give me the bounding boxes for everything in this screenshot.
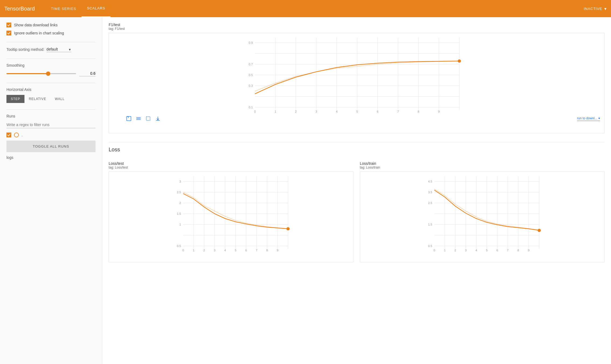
tooltip-sort-row: Tooltip sorting method: default ascendin…: [6, 47, 95, 52]
svg-text:9: 9: [438, 110, 440, 113]
checkbox-show-data-links[interactable]: [6, 23, 11, 27]
loss-chart-row: Loss/test tag: Loss/test: [109, 161, 605, 262]
svg-text:4: 4: [475, 249, 477, 251]
expand-icon[interactable]: [125, 115, 133, 122]
loss-train-svg: 4.5 3.5 2.5 1.5 0.5 0 1 2 3 4 5: [376, 176, 600, 251]
runs-list: .: [6, 133, 95, 137]
ignore-outliers-checkbox[interactable]: Ignore outliers in chart scaling: [6, 31, 95, 35]
axis-button-group: STEP RELATIVE WALL: [6, 95, 95, 103]
lines-icon[interactable]: [135, 115, 142, 122]
main-layout: Show data download links Ignore outliers…: [0, 17, 611, 364]
main-content: F1/test tag: F1/test: [102, 17, 611, 364]
svg-text:1.5: 1.5: [177, 212, 181, 215]
svg-text:0.5: 0.5: [249, 73, 253, 77]
svg-text:0.1: 0.1: [249, 106, 253, 109]
run-download-select[interactable]: run to downl... ▾: [577, 116, 600, 121]
axis-btn-step[interactable]: STEP: [6, 95, 24, 103]
svg-text:0.9: 0.9: [249, 41, 253, 44]
runs-logs-label: logs: [6, 155, 95, 160]
f1-chart-title: F1/test: [109, 23, 605, 27]
runs-label: Runs: [6, 114, 95, 118]
smoothing-slider[interactable]: [6, 73, 76, 74]
svg-text:2: 2: [203, 249, 205, 251]
f1-chart-toolbar: run to downl... ▾: [125, 115, 600, 122]
f1-chart-tag: tag: F1/test: [109, 27, 605, 31]
svg-text:5: 5: [235, 249, 236, 251]
nav-time-series[interactable]: TIME SERIES: [45, 0, 81, 17]
svg-text:8: 8: [418, 110, 419, 113]
download-icon[interactable]: [154, 115, 162, 122]
runs-section: Runs . TOGGLE ALL RUNS logs: [6, 114, 95, 160]
svg-text:2: 2: [179, 201, 181, 205]
loss-test-tag: tag: Loss/test: [109, 166, 353, 169]
display-options: Show data download links Ignore outliers…: [6, 23, 95, 35]
run-label: .: [22, 133, 23, 137]
svg-text:2.5: 2.5: [177, 191, 181, 194]
axis-btn-relative[interactable]: RELATIVE: [24, 95, 51, 103]
run-checkbox-checked[interactable]: [6, 133, 11, 137]
status-label: INACTIVE: [584, 7, 602, 11]
svg-text:7: 7: [397, 110, 399, 113]
svg-text:8: 8: [517, 249, 519, 251]
f1-chart-wrapper: 0.9 0.7 0.5 0.3 0.1 0 1 2 3 4 5 6 7 8 9: [109, 33, 605, 133]
loss-train-wrapper: 4.5 3.5 2.5 1.5 0.5 0 1 2 3 4 5: [360, 172, 605, 262]
svg-text:6: 6: [377, 110, 378, 113]
run-circle[interactable]: [14, 133, 19, 137]
tooltip-sort-select[interactable]: default ascending descending nearest: [47, 47, 71, 52]
sidebar: Show data download links Ignore outliers…: [0, 17, 102, 364]
tooltip-sort-label: Tooltip sorting method:: [6, 47, 44, 52]
loss-test-chart: Loss/test tag: Loss/test: [109, 161, 353, 262]
svg-text:1.5: 1.5: [428, 223, 432, 226]
svg-text:2: 2: [295, 110, 297, 113]
divider-4: [6, 109, 95, 110]
toggle-all-runs-button[interactable]: TOGGLE ALL RUNS: [6, 141, 95, 152]
tooltip-section: Tooltip sorting method: default ascendin…: [6, 47, 95, 52]
svg-text:7: 7: [507, 249, 509, 251]
slider-thumb[interactable]: [46, 72, 50, 76]
show-data-links-checkbox[interactable]: Show data download links: [6, 23, 95, 27]
nav-scalars[interactable]: SCALARS: [81, 0, 111, 17]
smoothing-section: Smoothing 0.6: [6, 63, 95, 76]
divider-1: [6, 42, 95, 42]
app-logo: TensorBoard: [4, 6, 35, 12]
svg-text:9: 9: [277, 249, 278, 251]
tooltip-select-wrapper[interactable]: default ascending descending nearest: [47, 47, 71, 52]
svg-text:0.3: 0.3: [249, 84, 253, 87]
runs-filter-input[interactable]: [6, 122, 95, 128]
app-header: TensorBoard TIME SERIES SCALARS INACTIVE…: [0, 0, 611, 17]
axis-btn-wall[interactable]: WALL: [51, 95, 69, 103]
loss-chart-group: Loss Loss/test tag: Loss/test: [109, 142, 605, 262]
loss-test-wrapper: 3 2.5 2 1.5 1 0.5 0 1 2 3 4 5: [109, 172, 353, 262]
run-download-label: run to downl...: [577, 116, 597, 120]
svg-text:3: 3: [179, 180, 181, 183]
svg-text:5: 5: [356, 110, 358, 113]
svg-text:4: 4: [224, 249, 226, 251]
chevron-down-icon: ▾: [604, 6, 607, 11]
svg-text:6: 6: [496, 249, 498, 251]
svg-text:3.5: 3.5: [428, 191, 432, 194]
smoothing-value-input[interactable]: 0.6: [79, 71, 95, 76]
status-dropdown[interactable]: INACTIVE ▾: [584, 6, 607, 11]
smoothing-row: 0.6: [6, 71, 95, 76]
svg-text:6: 6: [245, 249, 247, 251]
checkbox-ignore-outliers[interactable]: [6, 31, 11, 35]
svg-rect-37: [146, 117, 150, 120]
svg-text:3: 3: [214, 249, 215, 251]
run-download-chevron: ▾: [598, 116, 600, 120]
svg-text:4.5: 4.5: [428, 180, 432, 183]
f1-chart-svg: 0.9 0.7 0.5 0.3 0.1 0 1 2 3 4 5 6 7 8 9: [125, 37, 600, 113]
svg-rect-33: [127, 116, 131, 121]
loss-train-title: Loss/train: [360, 161, 605, 166]
svg-text:4: 4: [336, 110, 338, 113]
slider-fill: [6, 73, 48, 74]
svg-text:1: 1: [179, 223, 181, 226]
svg-text:8: 8: [266, 249, 268, 251]
svg-text:0.7: 0.7: [249, 63, 253, 66]
main-nav: TIME SERIES SCALARS: [45, 0, 584, 17]
svg-text:5: 5: [486, 249, 488, 251]
svg-point-56: [286, 227, 290, 230]
loss-train-chart: Loss/train tag: Loss/train: [360, 161, 605, 262]
ignore-outliers-label: Ignore outliers in chart scaling: [14, 31, 64, 35]
selection-icon[interactable]: [144, 115, 152, 122]
divider-2: [6, 59, 95, 59]
